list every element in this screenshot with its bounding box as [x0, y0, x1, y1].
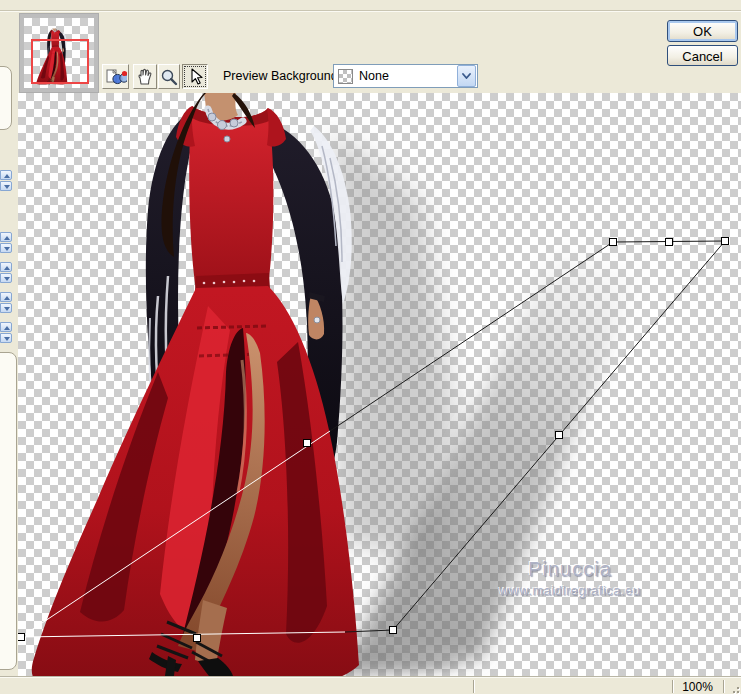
- shadow-handle[interactable]: [18, 634, 25, 641]
- shadow-handle[interactable]: [556, 432, 563, 439]
- left-panel-edge-bottom: [0, 352, 17, 670]
- shadow-handle[interactable]: [304, 440, 311, 447]
- preview-toggle-button[interactable]: [102, 64, 129, 89]
- spin-down-icon[interactable]: [0, 333, 12, 343]
- ok-button[interactable]: OK: [667, 20, 738, 42]
- spin-down-icon[interactable]: [0, 273, 12, 283]
- combo-dropdown-button[interactable]: [457, 65, 476, 87]
- preview-toggle-icon: [105, 67, 127, 87]
- spinner-control[interactable]: [0, 262, 13, 283]
- status-bar: 100%: [0, 676, 741, 694]
- zoom-tool-button[interactable]: [158, 64, 180, 89]
- spinner-control[interactable]: [0, 232, 13, 253]
- spin-up-icon[interactable]: [0, 262, 12, 272]
- thumbnail-navigator[interactable]: [19, 13, 99, 93]
- hand-icon: [136, 67, 154, 86]
- top-divider: [0, 10, 741, 12]
- chevron-down-icon: [462, 73, 471, 79]
- cancel-button[interactable]: Cancel: [667, 45, 738, 66]
- shadow-handle[interactable]: [610, 239, 617, 246]
- zoom-level-indicator: 100%: [672, 680, 723, 694]
- preview-canvas[interactable]: Pinuccia www.maidiregrafica.eu: [18, 93, 741, 676]
- status-divider: [723, 680, 724, 693]
- spin-down-icon[interactable]: [0, 181, 12, 191]
- pan-tool-button[interactable]: [133, 64, 157, 89]
- spin-up-icon[interactable]: [0, 292, 12, 302]
- filter-dialog: Preview Background: None OK Cancel: [0, 0, 741, 694]
- move-tool-button[interactable]: [182, 64, 208, 89]
- resize-grip[interactable]: [728, 682, 740, 694]
- preview-background-value: None: [359, 69, 457, 83]
- shadow-handle[interactable]: [390, 627, 397, 634]
- magnifier-icon: [160, 68, 178, 86]
- subject-image: [32, 93, 359, 676]
- spin-up-icon[interactable]: [0, 170, 12, 180]
- spin-down-icon[interactable]: [0, 303, 12, 313]
- shadow-handle[interactable]: [194, 635, 201, 642]
- status-divider: [473, 680, 474, 693]
- spin-up-icon[interactable]: [0, 232, 12, 242]
- spinner-control[interactable]: [0, 292, 13, 313]
- shadow-handle[interactable]: [722, 238, 729, 245]
- spin-down-icon[interactable]: [0, 243, 12, 253]
- preview-background-label: Preview Background:: [223, 69, 341, 83]
- preview-background-select[interactable]: None: [333, 64, 478, 88]
- spin-up-icon[interactable]: [0, 322, 12, 332]
- left-panel-edge-top: [0, 66, 12, 130]
- preview-scene: [18, 93, 741, 676]
- pointer-arrow-icon: [186, 67, 204, 86]
- thumbnail-view-rect[interactable]: [31, 39, 89, 84]
- transparency-swatch-icon: [338, 69, 353, 84]
- shadow-handle[interactable]: [666, 239, 673, 246]
- spinner-control[interactable]: [0, 170, 13, 191]
- spinner-control[interactable]: [0, 322, 13, 343]
